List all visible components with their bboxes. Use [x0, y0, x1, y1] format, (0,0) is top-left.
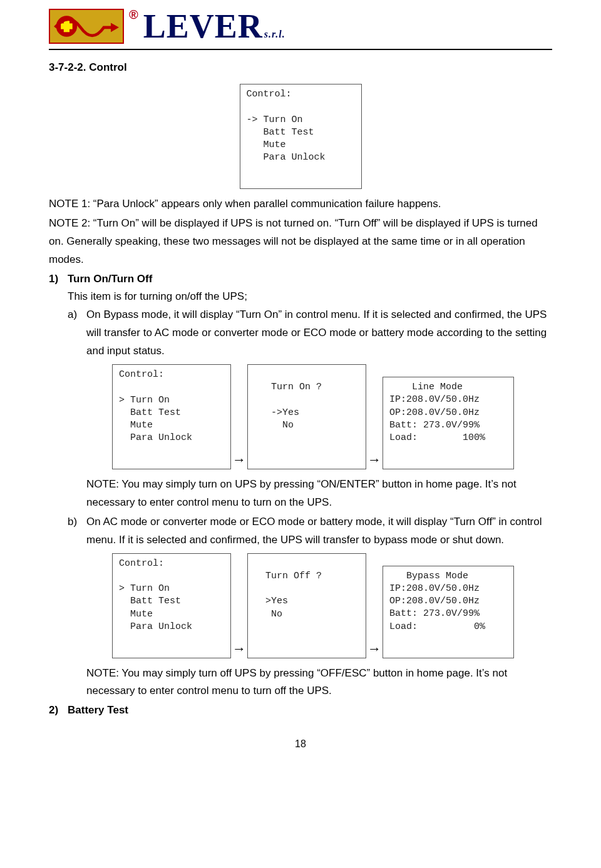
note-b: NOTE: You may simply turn off UPS by pre…	[49, 665, 552, 701]
logo: ® LEVER s.r.l.	[49, 9, 285, 44]
page-number: 18	[49, 738, 552, 750]
note-a: NOTE: You may simply turn on UPS by pres…	[49, 476, 552, 512]
list-item-2: 2) Battery Test	[49, 702, 552, 720]
lcd-screen: Bypass Mode IP:208.0V/50.0Hz OP:208.0V/5…	[383, 566, 514, 658]
item-1-title: Turn On/Turn Off	[68, 270, 552, 288]
logo-icon	[49, 9, 124, 44]
page-header: ® LEVER s.r.l.	[49, 9, 552, 50]
list-item-1: 1) Turn On/Turn Off This item is for tur…	[49, 270, 552, 360]
sub-item-a: a) On Bypass mode, it will display “Turn…	[68, 306, 552, 360]
lcd-screen: Line Mode IP:208.0V/50.0Hz OP:208.0V/50.…	[383, 377, 514, 469]
lcd-screen: Turn Off ? >Yes No	[247, 553, 366, 658]
lcd-screen: Turn On ? ->Yes No	[247, 364, 366, 469]
arrow-icon: →	[231, 452, 247, 469]
lcd-screen: Control: -> Turn On Batt Test Mute Para …	[240, 84, 362, 189]
logo-text: LEVER s.r.l.	[143, 9, 285, 43]
screen-control-top: Control: -> Turn On Batt Test Mute Para …	[49, 84, 552, 189]
screen-row-a: Control: > Turn On Batt Test Mute Para U…	[49, 364, 552, 469]
registered-mark: ®	[129, 8, 138, 22]
sub-item-b: b) On AC mode or converter mode or ECO m…	[49, 513, 552, 549]
svg-rect-2	[61, 23, 73, 29]
arrow-icon: →	[231, 641, 247, 658]
arrow-icon: →	[366, 452, 383, 469]
arrow-icon: →	[366, 641, 383, 658]
lcd-screen: Control: > Turn On Batt Test Mute Para U…	[112, 364, 231, 469]
item-2-title: Battery Test	[68, 702, 552, 720]
screen-row-b: Control: > Turn On Batt Test Mute Para U…	[49, 553, 552, 658]
item-1-desc: This item is for turning on/off the UPS;	[68, 288, 552, 306]
note-1: NOTE 1: “Para Unlock” appears only when …	[49, 195, 552, 213]
note-2: NOTE 2: “Turn On” will be displayed if U…	[49, 215, 552, 269]
lcd-screen: Control: > Turn On Batt Test Mute Para U…	[112, 553, 231, 658]
section-heading: 3-7-2-2. Control	[49, 61, 552, 74]
